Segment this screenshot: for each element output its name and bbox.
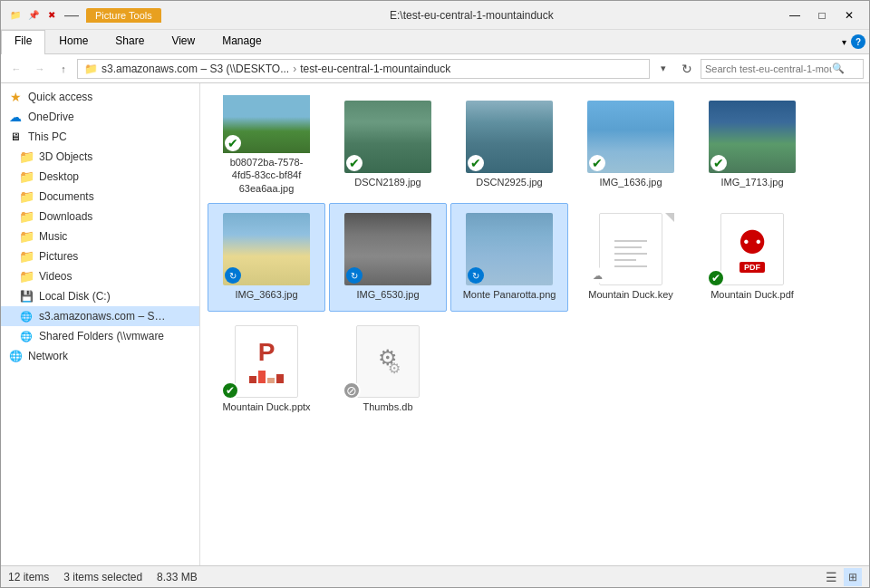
tab-manage[interactable]: Manage [208,30,275,53]
help-button[interactable]: ? [851,34,865,49]
file-item-img3663[interactable]: ↻ IMG_3663.jpg [208,203,325,312]
maximize-button[interactable]: □ [809,6,835,24]
forward-button[interactable]: → [30,59,50,79]
check-icon: ✔ [349,156,360,170]
search-box[interactable]: 🔍 [701,59,864,79]
view-controls: ☰ ⊞ [822,568,862,586]
tab-home[interactable]: Home [45,30,102,53]
address-path[interactable]: 📁 s3.amazonaws.com – S3 (\\DESKTO... › t… [77,59,650,79]
file-thumbnail: ✔ [709,101,796,173]
file-item-monte[interactable]: ↻ Monte Panarotta.png [450,203,568,312]
sidebar-label: Videos [39,270,72,283]
check-icon: ✔ [713,156,724,170]
file-item-dscn2925[interactable]: ✔ DSCN2925.jpg [450,91,568,199]
sidebar-item-videos[interactable]: 📁 Videos [1,266,199,286]
sidebar-label: Pictures [39,250,78,263]
folder-icon: 📁 [19,149,34,164]
file-thumbnail: ↻ [344,213,431,285]
file-name: Mountain Duck.key [588,288,673,301]
sidebar-item-3d-objects[interactable]: 📁 3D Objects [1,147,199,167]
tab-view[interactable]: View [158,30,208,53]
file-thumbnail: ✔ [223,95,310,153]
sidebar-label: Local Disk (C:) [39,290,111,303]
dropdown-button[interactable]: ▾ [653,59,673,79]
status-bar: 12 items 3 items selected 8.33 MB ☰ ⊞ [1,565,869,587]
cloud-icon: ☁ [8,110,23,124]
file-name: DSCN2925.jpg [476,176,542,188]
pptx-p-letter: P [258,340,276,365]
file-thumbnail: P ✔ [223,325,310,398]
db-file-icon: ⚙ ⚙ [356,325,420,398]
pdf-label: PDF [740,262,765,273]
file-thumbnail: ⚙ ⚙ ⊘ [344,325,431,398]
sidebar-item-pictures[interactable]: 📁 Pictures [1,246,199,266]
adobe-icon: ⚉ [738,227,767,259]
key-lines [614,240,647,267]
ribbon: File Home Share View Manage ▾ ? [1,30,869,54]
sync-icon: ↻ [229,271,237,281]
sidebar-item-shared[interactable]: 🌐 Shared Folders (\\vmware [1,326,199,346]
file-name: Mountain Duck.pdf [710,288,794,301]
file-thumbnail: ✔ [587,101,674,173]
sync-check-badge: ✔ [223,381,239,398]
search-icon: 🔍 [832,63,845,74]
sidebar-label: Network [28,350,68,362]
disk-icon: 💾 [19,289,34,304]
file-name: Monte Panarotta.png [463,288,556,301]
up-button[interactable]: ↑ [53,59,73,79]
sidebar-label: 3D Objects [39,150,92,163]
file-item-img1713[interactable]: ✔ IMG_1713.jpg [693,91,811,199]
tab-file[interactable]: File [1,30,45,54]
folder-icon: 📁 [19,209,34,224]
close-button[interactable]: ✕ [836,6,862,24]
globe-icon: 🌐 [19,309,34,323]
title-bar-icons: 📁 📌 ✖ — [8,8,79,23]
file-item-img6530[interactable]: ↻ IMG_6530.jpg [329,203,447,312]
file-item-dscn2189[interactable]: ✔ DSCN2189.jpg [329,91,447,199]
list-view-button[interactable]: ☰ [822,568,840,586]
sidebar-item-downloads[interactable]: 📁 Downloads [1,207,199,227]
pdf-file-icon: ⚉ PDF [720,213,784,285]
item-count: 12 items [8,571,49,583]
file-item-thumbs[interactable]: ⚙ ⚙ ⊘ Thumbs.db [329,315,447,424]
file-item-mountain-pptx[interactable]: P ✔ Mountain Duck.pptx [208,315,325,424]
sidebar-item-local-disk[interactable]: 💾 Local Disk (C:) [1,286,199,306]
sidebar-item-desktop[interactable]: 📁 Desktop [1,167,199,187]
file-name: IMG_6530.jpg [356,288,419,301]
sidebar-label: Music [39,230,67,243]
refresh-button[interactable]: ↻ [677,59,697,79]
pptx-chart [249,371,284,383]
file-item-mountain-key[interactable]: ☁ Mountain Duck.key [572,203,690,312]
file-item-img1636[interactable]: ✔ IMG_1636.jpg [572,91,690,199]
grid-view-button[interactable]: ⊞ [844,568,862,586]
file-name: IMG_3663.jpg [235,288,297,301]
main: ★ Quick access ☁ OneDrive 🖥 This PC 📁 3D… [1,83,869,565]
path-chevron: › [293,63,296,75]
file-item-b08072ba[interactable]: ✔ b08072ba-7578-4fd5-83cc-bf84f63ea6aa.j… [208,91,325,199]
key-file-icon [599,213,662,285]
file-area: ✔ b08072ba-7578-4fd5-83cc-bf84f63ea6aa.j… [200,83,869,565]
sidebar-item-music[interactable]: 📁 Music [1,227,199,246]
back-button[interactable]: ← [6,59,26,79]
title-path: E:\test-eu-central-1-mountainduck [161,9,782,22]
sidebar-item-this-pc[interactable]: 🖥 This PC [1,127,199,147]
sidebar-item-s3[interactable]: 🌐 s3.amazonaws.com – S3 ( [1,306,199,326]
minimize-button[interactable]: — [782,6,807,24]
ribbon-chevron[interactable]: ▾ [836,34,851,49]
sync-icon: ↻ [472,271,479,281]
selected-count: 3 items selected [63,571,142,583]
gears-icon: ⚙ ⚙ [375,347,401,376]
file-thumbnail: ☁ [587,213,674,285]
folder-icon: 📁 [19,229,34,244]
sidebar-item-quick-access[interactable]: ★ Quick access [1,87,199,107]
sidebar-item-network[interactable]: 🌐 Network [1,346,199,366]
file-thumbnail: ✔ [466,101,553,173]
file-thumbnail: ✔ [344,101,431,173]
search-input[interactable] [705,63,832,74]
path-text-1: s3.amazonaws.com – S3 (\\DESKTO... [102,63,289,75]
sidebar-label: Documents [39,190,94,203]
file-item-mountain-pdf[interactable]: ⚉ PDF ✔ Mountain Duck.pdf [693,203,811,312]
sidebar-item-onedrive[interactable]: ☁ OneDrive [1,107,199,127]
tab-share[interactable]: Share [102,30,158,53]
sidebar-item-documents[interactable]: 📁 Documents [1,187,199,207]
